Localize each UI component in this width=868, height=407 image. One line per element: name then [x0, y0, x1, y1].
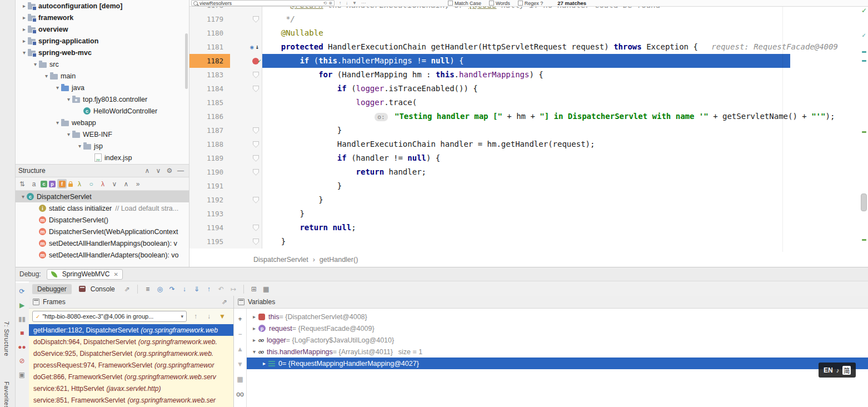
- tab-debugger[interactable]: Debugger: [32, 284, 72, 294]
- restore-layout-icon[interactable]: ▦: [261, 285, 271, 293]
- checkbox-icon[interactable]: [489, 1, 494, 6]
- chevron-right-icon[interactable]: ▸: [21, 26, 28, 32]
- collapse-all-icon[interactable]: ∧: [121, 180, 131, 188]
- collapse-all-icon[interactable]: ∧: [142, 167, 152, 175]
- step-into-icon[interactable]: ↓: [179, 285, 189, 293]
- checkbox-icon[interactable]: [518, 1, 523, 6]
- chevron-down-icon[interactable]: ▾: [32, 61, 39, 67]
- chevron-down-icon[interactable]: ▾: [43, 73, 50, 79]
- step-over-icon[interactable]: ↷: [167, 285, 177, 293]
- scrollbar-thumb[interactable]: [861, 193, 867, 211]
- thread-dump-icon[interactable]: ▣: [17, 371, 27, 379]
- show-inherited-icon[interactable]: λ: [98, 180, 108, 188]
- project-tree-item[interactable]: ▾webapp: [15, 117, 189, 128]
- gutter[interactable]: ◉↓: [230, 40, 262, 54]
- move-watch-up-icon[interactable]: ▲: [235, 345, 245, 353]
- variable-row[interactable]: ▸this = {DispatcherServlet@4008}: [247, 311, 868, 322]
- tool-window-button-structure[interactable]: 7: Structure: [3, 321, 10, 356]
- chevron-down-icon[interactable]: ▾: [65, 96, 72, 102]
- run-to-cursor-icon[interactable]: ↦: [228, 285, 238, 293]
- stack-frame-row[interactable]: doService:925, DispatcherServlet (org.sp…: [29, 348, 233, 359]
- sort-alphabetically-icon[interactable]: a: [29, 180, 39, 188]
- view-breakpoints-icon[interactable]: ●●: [17, 343, 27, 351]
- gutter[interactable]: [230, 82, 262, 96]
- settings-icon[interactable]: ⚙: [164, 167, 174, 175]
- stack-frame-row[interactable]: doGet:866, FrameworkServlet (org.springf…: [29, 371, 233, 383]
- remove-watch-icon[interactable]: −: [235, 330, 245, 338]
- checkbox-icon[interactable]: [448, 1, 453, 6]
- gutter[interactable]: [230, 221, 262, 235]
- find-more-icon[interactable]: ⋯: [361, 1, 366, 6]
- filter-frames-icon[interactable]: ▼: [217, 312, 227, 320]
- gutter[interactable]: [230, 137, 262, 151]
- structure-item[interactable]: msetDetectAllHandlerAdapters(boolean): v…: [15, 249, 189, 261]
- project-tree-item[interactable]: ▾jsp: [15, 140, 189, 152]
- find-option-words[interactable]: Words: [489, 1, 510, 6]
- search-match-mark[interactable]: [862, 60, 866, 62]
- chevron-right-icon[interactable]: ▸: [250, 314, 258, 320]
- prev-frame-icon[interactable]: ↑: [191, 312, 201, 320]
- chevron-right-icon[interactable]: ▸: [21, 14, 28, 21]
- stack-frame-row[interactable]: getHandler:1182, DispatcherServlet (org.…: [29, 324, 233, 336]
- variable-row[interactable]: ▸prequest = {RequestFacade@4009}: [247, 322, 868, 334]
- hide-icon[interactable]: —: [176, 167, 186, 175]
- stack-frame-row[interactable]: service:851, FrameworkServlet (org.sprin…: [29, 394, 233, 406]
- show-watches-icon[interactable]: oo: [235, 390, 245, 398]
- rerun-icon[interactable]: ⟳: [17, 287, 27, 295]
- breakpoint-icon[interactable]: [252, 58, 259, 64]
- structure-item[interactable]: msetDetectAllHandlerMappings(boolean): v: [15, 237, 189, 249]
- add-watch-icon[interactable]: +: [235, 315, 245, 323]
- project-scrollbar[interactable]: [185, 33, 188, 89]
- expand-all-icon[interactable]: ∨: [153, 167, 163, 175]
- gutter[interactable]: [230, 151, 262, 165]
- project-tree-item[interactable]: ▾java: [15, 82, 189, 93]
- search-match-mark[interactable]: [862, 51, 866, 53]
- code-area[interactable]: 1178* @return the HandlerExecutionChain,…: [189, 0, 860, 249]
- gutter[interactable]: [230, 123, 262, 137]
- sort-by-visibility-icon[interactable]: ⇅: [17, 180, 27, 188]
- variable-row[interactable]: ▸0 = {RequestMappingHandlerMapping@4027}: [247, 358, 868, 369]
- project-tree-item[interactable]: ▾main: [15, 70, 189, 82]
- gutter[interactable]: [230, 207, 262, 221]
- gutter[interactable]: [230, 235, 262, 249]
- pin-frames-icon[interactable]: ⇗: [220, 298, 230, 306]
- gutter[interactable]: [230, 179, 262, 193]
- move-watch-down-icon[interactable]: ▼: [235, 360, 245, 368]
- force-step-into-icon[interactable]: ⇓: [192, 285, 202, 293]
- project-tree-item[interactable]: ▸autoconfiguration [demo]: [15, 0, 189, 12]
- navigate-down-icon[interactable]: ↓: [255, 40, 259, 54]
- chevron-right-icon[interactable]: ▸: [260, 360, 268, 366]
- structure-item[interactable]: mDispatcherServlet(WebApplicationContext: [15, 226, 189, 237]
- chevron-right-icon[interactable]: ▸: [250, 325, 258, 331]
- structure-item[interactable]: ▾cDispatcherServlet: [15, 191, 189, 202]
- gutter[interactable]: [230, 26, 262, 40]
- gutter[interactable]: [230, 193, 262, 207]
- layout-icon[interactable]: ≡: [143, 285, 153, 293]
- chevron-right-icon[interactable]: ▸: [21, 3, 28, 9]
- breadcrumb-class[interactable]: DispatcherServlet: [253, 256, 308, 264]
- chevron-down-icon[interactable]: ▾: [21, 49, 28, 56]
- next-frame-icon[interactable]: ↓: [204, 312, 214, 320]
- project-tree-item[interactable]: ▾top.fjy8018.controller: [15, 93, 189, 105]
- project-tree-item[interactable]: cHelloWorldController: [15, 105, 189, 117]
- stop-icon[interactable]: ■: [17, 329, 27, 337]
- tab-session-springwebmvc[interactable]: SpringWebMVC ✕: [47, 269, 123, 280]
- chevron-down-icon[interactable]: ▾: [250, 349, 258, 355]
- chevron-right-icon[interactable]: ▸: [21, 38, 28, 44]
- variable-row[interactable]: ▸oologger = {LogFactory$JavaUtilLog@4010…: [247, 334, 868, 346]
- search-input[interactable]: viewResolvers ⟲ ⊗: [191, 0, 335, 6]
- editor-scrollbar[interactable]: ✓ ✓: [860, 0, 868, 252]
- search-history-icon[interactable]: ⟲: [323, 1, 327, 6]
- chevron-down-icon[interactable]: ▾: [54, 120, 61, 126]
- find-option-match-case[interactable]: Match Case: [448, 1, 481, 6]
- breadcrumb-method[interactable]: getHandler(): [320, 256, 358, 264]
- gutter[interactable]: [230, 96, 262, 110]
- project-tree-item[interactable]: ▾WEB-INF: [15, 128, 189, 140]
- project-tree-item[interactable]: ▾src: [15, 58, 189, 70]
- show-properties-icon[interactable]: p: [49, 181, 56, 187]
- chevron-down-icon[interactable]: ▾: [76, 143, 83, 149]
- show-anonymous-classes-icon[interactable]: ○: [86, 180, 96, 188]
- mute-breakpoints-icon[interactable]: ⊘: [17, 357, 27, 365]
- gutter[interactable]: [230, 54, 262, 68]
- next-match-icon[interactable]: ↓: [346, 1, 348, 6]
